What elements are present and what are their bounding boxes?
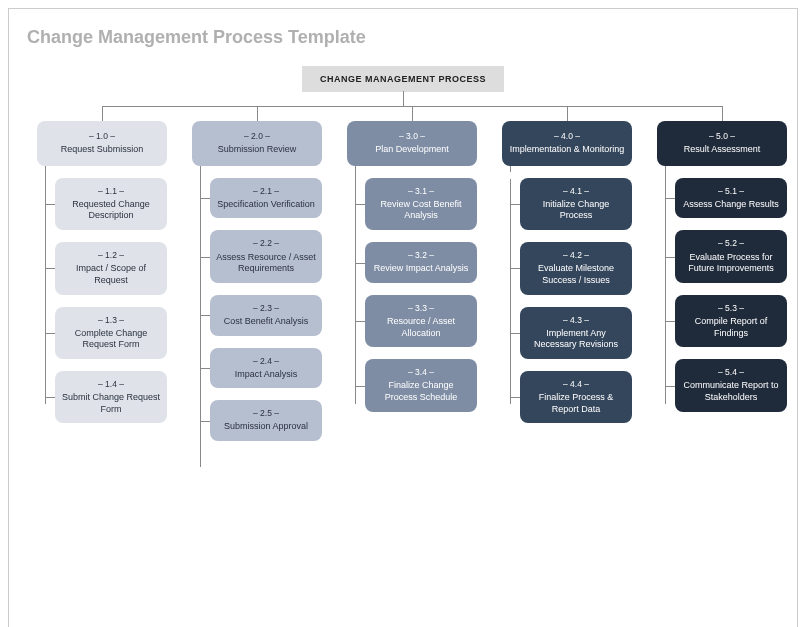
step-label: Submit Change Request Form bbox=[61, 392, 161, 415]
phase-number: – 4.0 – bbox=[508, 131, 626, 142]
step-label: Compile Report of Findings bbox=[681, 316, 781, 339]
step-number: – 3.3 – bbox=[371, 303, 471, 314]
phase-label: Plan Development bbox=[353, 144, 471, 156]
step-box: – 1.4 – Submit Change Request Form bbox=[55, 371, 167, 423]
step-number: – 5.3 – bbox=[681, 303, 781, 314]
step-box: – 5.1 – Assess Change Results bbox=[675, 178, 787, 219]
step-label: Implement Any Necessary Revisions bbox=[526, 328, 626, 351]
step-label: Review Impact Analysis bbox=[371, 263, 471, 275]
phase-column-1: – 1.0 – Request Submission – 1.1 – Reque… bbox=[37, 121, 167, 435]
step-box: – 1.1 – Requested Change Description bbox=[55, 178, 167, 230]
step-number: – 3.2 – bbox=[371, 250, 471, 261]
phase-number: – 2.0 – bbox=[198, 131, 316, 142]
phase-header: – 3.0 – Plan Development bbox=[347, 121, 477, 166]
phase-number: – 1.0 – bbox=[43, 131, 161, 142]
step-label: Assess Resource / Asset Requirements bbox=[216, 252, 316, 275]
step-label: Evaluate Milestone Success / Issues bbox=[526, 263, 626, 286]
step-label: Finalize Process & Report Data bbox=[526, 392, 626, 415]
connector bbox=[102, 106, 103, 121]
phase-label: Implementation & Monitoring bbox=[508, 144, 626, 156]
step-box: – 1.3 – Complete Change Request Form bbox=[55, 307, 167, 359]
phase-number: – 5.0 – bbox=[663, 131, 781, 142]
phase-number: – 3.0 – bbox=[353, 131, 471, 142]
phase-label: Result Assessment bbox=[663, 144, 781, 156]
step-box: – 2.5 – Submission Approval bbox=[210, 400, 322, 441]
step-box: – 5.3 – Compile Report of Findings bbox=[675, 295, 787, 347]
step-label: Assess Change Results bbox=[681, 199, 781, 211]
phase-header: – 5.0 – Result Assessment bbox=[657, 121, 787, 166]
step-number: – 4.2 – bbox=[526, 250, 626, 261]
phase-column-2: – 2.0 – Submission Review – 2.1 – Specif… bbox=[192, 121, 322, 453]
connector bbox=[510, 179, 511, 404]
step-label: Complete Change Request Form bbox=[61, 328, 161, 351]
step-label: Cost Benefit Analysis bbox=[216, 316, 316, 328]
phase-label: Request Submission bbox=[43, 144, 161, 156]
step-label: Finalize Change Process Schedule bbox=[371, 380, 471, 403]
step-number: – 4.1 – bbox=[526, 186, 626, 197]
diagram-canvas: CHANGE MANAGEMENT PROCESS – 1.0 – Reques… bbox=[27, 66, 779, 606]
step-box: – 3.1 – Review Cost Benefit Analysis bbox=[365, 178, 477, 230]
step-box: – 3.2 – Review Impact Analysis bbox=[365, 242, 477, 283]
step-box: – 2.1 – Specification Verification bbox=[210, 178, 322, 219]
step-number: – 4.3 – bbox=[526, 315, 626, 326]
step-number: – 2.4 – bbox=[216, 356, 316, 367]
phase-label: Submission Review bbox=[198, 144, 316, 156]
step-label: Initialize Change Process bbox=[526, 199, 626, 222]
step-number: – 5.2 – bbox=[681, 238, 781, 249]
phase-column-5: – 5.0 – Result Assessment – 5.1 – Assess… bbox=[657, 121, 787, 424]
phase-header: – 4.0 – Implementation & Monitoring bbox=[502, 121, 632, 166]
root-node: CHANGE MANAGEMENT PROCESS bbox=[302, 66, 504, 92]
connector bbox=[567, 106, 568, 121]
step-number: – 2.5 – bbox=[216, 408, 316, 419]
step-label: Review Cost Benefit Analysis bbox=[371, 199, 471, 222]
connector bbox=[403, 91, 404, 106]
step-label: Impact / Scope of Request bbox=[61, 263, 161, 286]
step-number: – 1.1 – bbox=[61, 186, 161, 197]
phase-header: – 2.0 – Submission Review bbox=[192, 121, 322, 166]
step-box: – 2.4 – Impact Analysis bbox=[210, 348, 322, 389]
step-number: – 2.3 – bbox=[216, 303, 316, 314]
step-number: – 3.4 – bbox=[371, 367, 471, 378]
connector bbox=[412, 106, 413, 121]
step-number: – 2.1 – bbox=[216, 186, 316, 197]
step-label: Impact Analysis bbox=[216, 369, 316, 381]
step-box: – 4.3 – Implement Any Necessary Revision… bbox=[520, 307, 632, 359]
step-label: Evaluate Process for Future Improvements bbox=[681, 252, 781, 275]
step-box: – 4.4 – Finalize Process & Report Data bbox=[520, 371, 632, 423]
step-number: – 1.3 – bbox=[61, 315, 161, 326]
diagram-frame: Change Management Process Template CHANG… bbox=[8, 8, 798, 627]
step-box: – 5.4 – Communicate Report to Stakeholde… bbox=[675, 359, 787, 411]
step-box: – 1.2 – Impact / Scope of Request bbox=[55, 242, 167, 294]
step-number: – 4.4 – bbox=[526, 379, 626, 390]
phase-column-4: – 4.0 – Implementation & Monitoring – 4.… bbox=[502, 121, 632, 435]
connector bbox=[722, 106, 723, 121]
step-label: Submission Approval bbox=[216, 421, 316, 433]
phase-header: – 1.0 – Request Submission bbox=[37, 121, 167, 166]
step-box: – 3.4 – Finalize Change Process Schedule bbox=[365, 359, 477, 411]
step-label: Resource / Asset Allocation bbox=[371, 316, 471, 339]
step-number: – 5.4 – bbox=[681, 367, 781, 378]
connector bbox=[665, 169, 666, 404]
step-number: – 1.4 – bbox=[61, 379, 161, 390]
step-label: Specification Verification bbox=[216, 199, 316, 211]
step-box: – 3.3 – Resource / Asset Allocation bbox=[365, 295, 477, 347]
step-label: Requested Change Description bbox=[61, 199, 161, 222]
step-box: – 2.2 – Assess Resource / Asset Requirem… bbox=[210, 230, 322, 282]
phase-column-3: – 3.0 – Plan Development – 3.1 – Review … bbox=[347, 121, 477, 424]
step-number: – 3.1 – bbox=[371, 186, 471, 197]
step-box: – 4.1 – Initialize Change Process bbox=[520, 178, 632, 230]
step-box: – 2.3 – Cost Benefit Analysis bbox=[210, 295, 322, 336]
step-box: – 4.2 – Evaluate Milestone Success / Iss… bbox=[520, 242, 632, 294]
step-box: – 5.2 – Evaluate Process for Future Impr… bbox=[675, 230, 787, 282]
connector bbox=[257, 106, 258, 121]
step-label: Communicate Report to Stakeholders bbox=[681, 380, 781, 403]
page-title: Change Management Process Template bbox=[27, 27, 779, 48]
connector bbox=[200, 169, 201, 467]
step-number: – 2.2 – bbox=[216, 238, 316, 249]
step-number: – 1.2 – bbox=[61, 250, 161, 261]
step-number: – 5.1 – bbox=[681, 186, 781, 197]
